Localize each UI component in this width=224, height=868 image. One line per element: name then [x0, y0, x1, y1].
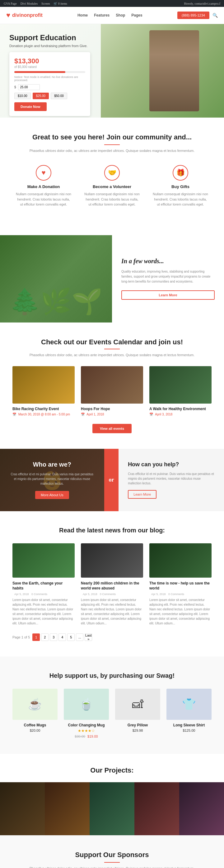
page-btn-ellipsis[interactable]: ... [76, 633, 83, 641]
swag-stars-1: ★★★★☆ [64, 728, 109, 733]
hero-section: Support Education Donation plugin and fu… [0, 24, 224, 118]
project-img-0 [0, 782, 45, 835]
calendar-icon-2: 📅 [149, 413, 153, 416]
feature-volunteer: 🤝 Become a Volunteer Nullam consequat di… [81, 162, 143, 220]
swag-old-price-1: $30.00 [75, 735, 85, 738]
more-about-us-button[interactable]: More About Us [35, 491, 69, 499]
top-nav: ♥ divinonprofit Home Features Shop Pages… [0, 7, 224, 24]
swag-price-0: $20.00 [12, 728, 58, 732]
swag-price-3: $125.00 [166, 728, 212, 732]
amount-input-row: $ [14, 84, 85, 90]
swag-item-0: ☕ Coffee Mugs $20.00 [12, 689, 58, 738]
swag-img-1: 🍵 [64, 689, 109, 720]
words-right-content: In a few words... Quality education, imp… [112, 235, 224, 322]
logo-text: divinonprofit [12, 12, 43, 18]
amount-btn-25[interactable]: $25.00 [33, 93, 49, 99]
swag-price-2: $29.98 [115, 728, 160, 732]
swag-item-2: 🛋 Grey Pillow $29.98 [115, 689, 160, 738]
swag-grid: ☕ Coffee Mugs $20.00 🍵 Color Changing Mu… [12, 689, 212, 738]
page-btn-last[interactable]: Last » [85, 633, 92, 641]
search-icon[interactable]: 🔍 [213, 13, 218, 18]
blog-img-0 [12, 543, 75, 578]
phone-button[interactable]: (888) 895-1234 [177, 11, 210, 19]
blog-img-1 [81, 543, 143, 578]
feature-desc-2: Nullam consequat dignissim nisi non hend… [152, 191, 209, 207]
page-btn-2[interactable]: 2 [41, 633, 48, 641]
projects-heading: Our Projects: [0, 766, 224, 774]
swag-name-3[interactable]: Long Sleeve Shirt [166, 723, 212, 727]
nav-features[interactable]: Features [94, 13, 110, 18]
words-section: 🌲🌿🌱 In a few words... Quality education,… [0, 235, 224, 322]
donation-box: $13,300 of $5,000 raised Notice: Test mo… [9, 52, 90, 116]
gifts-icon: 🎁 [173, 165, 188, 181]
words-left-image: 🌲🌿🌱 [0, 235, 112, 322]
who-right-heading: How can you help? [128, 461, 215, 468]
logo-icon: ♥ [6, 11, 10, 19]
swag-section: Help support us, by purchasing our Swag!… [0, 656, 224, 754]
projects-section: Our Projects: [0, 754, 224, 835]
page-btn-1[interactable]: 1 [32, 633, 40, 641]
project-img-3 [135, 782, 179, 835]
swag-name-2[interactable]: Grey Pillow [115, 723, 160, 727]
nav-pages[interactable]: Pages [131, 13, 142, 18]
view-all-events-button[interactable]: View all events [92, 424, 132, 433]
page-btn-5[interactable]: 5 [67, 633, 75, 641]
event-date-1: 📅 April 1, 2018 [81, 413, 143, 416]
swag-name-0[interactable]: Coffee Mugs [12, 723, 58, 727]
events-grid: Bike Racing Charity Event 📅 March 30, 20… [12, 366, 212, 416]
amount-buttons: $10.00 $25.00 $50.00 [14, 93, 85, 99]
blog-excerpt-1: Lorem ipsum dolor sit amet, consectetur … [81, 597, 143, 626]
donation-amount: $13,300 [14, 57, 85, 65]
admin-bar-cart[interactable]: 🛒 0 items [53, 2, 67, 5]
calendar-icon-1: 📅 [81, 413, 85, 416]
amount-input[interactable] [18, 84, 40, 90]
features-grid: ♥ Make A Donation Nullam consequat digni… [12, 162, 212, 220]
donate-now-button[interactable]: Donate Now [14, 102, 47, 111]
donation-icon: ♥ [36, 165, 51, 181]
words-nature-img: 🌲🌿🌱 [0, 235, 112, 322]
blog-card-2: The time is now - help us save the world… [149, 543, 212, 626]
amount-btn-50[interactable]: $50.00 [51, 93, 67, 99]
swag-name-1[interactable]: Color Changing Mug [64, 723, 109, 727]
words-heading: In a few words... [121, 258, 215, 265]
sponsors-subtitle: Phasellus ultrices dolor odio, ac ultric… [12, 866, 212, 868]
calendar-icon: 📅 [12, 413, 16, 416]
admin-bar-site[interactable]: GVA Page [4, 2, 17, 5]
events-heading: Check out our Events Calendar and join u… [12, 338, 212, 346]
blog-title-0[interactable]: Save the Earth, change your habits [12, 581, 75, 591]
main-menu: Home Features Shop Pages [77, 13, 143, 18]
hero-child-img [149, 30, 199, 111]
project-img-2 [89, 782, 135, 835]
blog-title-1[interactable]: Nearly 200 million children in the world… [81, 581, 143, 591]
swag-item-3: 👕 Long Sleeve Shirt $125.00 [166, 689, 212, 738]
amount-btn-10[interactable]: $10.00 [14, 93, 31, 99]
admin-bar-modules[interactable]: Divi Modules [21, 2, 38, 5]
feature-gifts: 🎁 Buy Gifts Nullam consequat dignissim n… [149, 162, 212, 220]
who-learn-more-button[interactable]: Learn More [128, 490, 156, 499]
events-subtitle: Phasellus ultrices dolor odio, ac ultric… [12, 353, 212, 357]
who-or-divider: or [104, 449, 118, 511]
event-title-2: A Walk for Healthy Environment [149, 407, 212, 411]
event-date-2: 📅 April 3, 2018 [149, 413, 212, 416]
admin-bar-user: Howdy, contactdivi.campro.f [184, 2, 220, 5]
admin-bar-right: Howdy, contactdivi.campro.f [184, 2, 220, 5]
admin-bar-screen[interactable]: Screen [41, 2, 50, 5]
swag-price-1: $30.00 $19.00 [64, 735, 109, 738]
nav-shop[interactable]: Shop [116, 13, 125, 18]
events-section: Check out our Events Calendar and join u… [0, 322, 224, 449]
site-logo[interactable]: ♥ divinonprofit [6, 11, 43, 19]
sponsors-heading: Support Our Sponsors [12, 851, 212, 859]
page-btn-3[interactable]: 3 [50, 633, 57, 641]
project-img-1 [45, 782, 89, 835]
who-heading: Who are we? [33, 461, 71, 468]
who-right: How can you help? Cras efficitur id et m… [118, 449, 224, 511]
page-btn-4[interactable]: 4 [59, 633, 66, 641]
blog-title-2[interactable]: The time is now - help us save the world [149, 581, 212, 591]
hero-image-area [101, 24, 224, 118]
event-title-1: Hoops For Hope [81, 407, 143, 411]
words-learn-more-button[interactable]: Learn More [121, 290, 215, 300]
join-section: Great to see you here! Join our communit… [0, 118, 224, 235]
nav-home[interactable]: Home [77, 13, 88, 18]
hero-title: Support Education [9, 33, 90, 42]
feature-title-2: Buy Gifts [152, 184, 209, 189]
